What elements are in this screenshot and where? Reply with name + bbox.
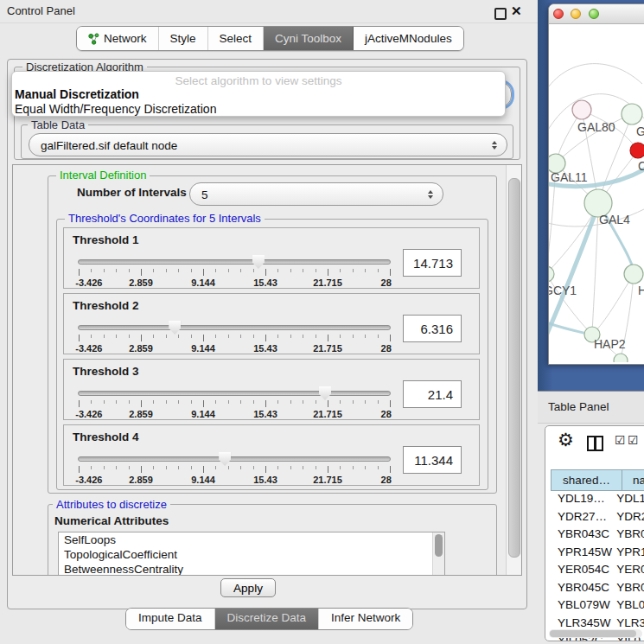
table-row[interactable]: YBR043CYBR0 xyxy=(551,527,644,545)
checkbox-icon[interactable]: ☑ xyxy=(615,433,626,447)
tab-discretize-data[interactable]: Discretize Data xyxy=(215,609,320,629)
table-hscrollbar[interactable] xyxy=(549,629,642,638)
cell: YBR043C xyxy=(551,527,613,545)
network-canvas[interactable]: GAL80GACGAL11GAL4GCY1HHAP2 xyxy=(549,23,644,362)
minimize-traffic-light-icon[interactable] xyxy=(571,9,581,19)
network-node[interactable] xyxy=(622,104,642,124)
control-panel-tabbar: NetworkStyleSelectCyni ToolboxjActiveMNo… xyxy=(76,26,464,51)
tick-mark xyxy=(203,466,204,473)
tick-label: 15.43 xyxy=(253,475,277,485)
tick-label: 15.43 xyxy=(253,409,277,419)
network-edge-thick[interactable] xyxy=(549,203,599,341)
interval-definition-title: Interval Definition xyxy=(56,169,150,182)
numerical-attributes-list[interactable]: SelfLoopsTopologicalCoefficientBetweenne… xyxy=(58,532,445,576)
checkbox-icon[interactable]: ☑ xyxy=(628,433,639,447)
table-hscrollbar-thumb[interactable] xyxy=(550,630,636,637)
tick-mark xyxy=(328,466,328,473)
tick-mark xyxy=(141,400,142,407)
tick-label: 2.859 xyxy=(129,475,153,485)
slider-track xyxy=(78,391,391,396)
tick-mark xyxy=(215,466,216,469)
gear-icon[interactable]: ⚙ xyxy=(558,430,574,450)
slider-thumb[interactable] xyxy=(319,386,331,400)
list-scrollbar-thumb[interactable] xyxy=(435,534,443,557)
threshold-slider-4[interactable]: -3.4262.8599.14415.4321.71528 xyxy=(78,450,391,484)
table-data-combo[interactable]: galFiltered.sif default node xyxy=(29,133,507,156)
table-row[interactable]: YDR27…YDR2 xyxy=(551,510,644,528)
threshold-value-4[interactable]: 11.344 xyxy=(403,446,462,474)
table-row[interactable]: YBR045CYBR0 xyxy=(551,581,644,599)
table-row[interactable]: YBL079WYBL0 xyxy=(551,598,644,616)
threshold-value-2[interactable]: 6.316 xyxy=(403,315,462,342)
tick-mark xyxy=(104,400,105,404)
zoom-traffic-light-icon[interactable] xyxy=(589,9,599,19)
float-window-icon[interactable] xyxy=(494,8,507,20)
attribute-item-betweennesscentrality[interactable]: BetweennessCentrality xyxy=(59,562,444,576)
tick-mark xyxy=(191,400,192,404)
table-row[interactable]: YER054CYER0 xyxy=(551,563,644,581)
network-icon xyxy=(88,33,99,45)
network-node[interactable] xyxy=(614,354,628,362)
slider-thumb[interactable] xyxy=(252,255,265,269)
slider-tick-labels: -3.4262.8599.14415.4321.71528 xyxy=(79,343,390,354)
threshold-slider-2[interactable]: -3.4262.8599.14415.4321.71528 xyxy=(78,318,391,353)
split-columns-icon[interactable] xyxy=(587,436,603,451)
slider-track xyxy=(78,325,391,330)
slider-thumb[interactable] xyxy=(219,452,231,466)
tab-infer-network[interactable]: Infer Network xyxy=(319,609,412,629)
panel-scrollbar[interactable] xyxy=(506,165,521,575)
attributes-group-title: Attributes to discretize xyxy=(53,498,170,511)
cell: YBL079W xyxy=(551,598,613,616)
tick-mark xyxy=(79,466,80,473)
dropdown-option-equal-width-frequency-discretization[interactable]: Equal Width/Frequency Discretization xyxy=(15,102,502,117)
number-of-intervals-combo[interactable]: 5 xyxy=(189,182,443,206)
threshold-value-1[interactable]: 14.713 xyxy=(403,249,462,277)
threshold-value-3[interactable]: 21.4 xyxy=(403,380,462,408)
close-traffic-light-icon[interactable] xyxy=(553,9,564,19)
network-node[interactable] xyxy=(630,143,644,158)
threshold-slider-3[interactable]: -3.4262.8599.14415.4321.71528 xyxy=(78,384,391,418)
tick-mark xyxy=(79,335,80,341)
column-header-2[interactable]: name xyxy=(622,469,644,491)
attribute-item-topologicalcoefficient[interactable]: TopologicalCoefficient xyxy=(59,547,444,562)
slider-thumb[interactable] xyxy=(169,321,181,335)
network-node[interactable] xyxy=(624,265,643,284)
tab-style[interactable]: Style xyxy=(159,27,208,50)
table-header-row: shared…name xyxy=(551,469,644,491)
tab-cyni-toolbox[interactable]: Cyni Toolbox xyxy=(264,27,354,50)
tick-label: -3.426 xyxy=(75,277,102,288)
apply-button[interactable]: Apply xyxy=(220,578,276,597)
tab-network[interactable]: Network xyxy=(77,27,159,50)
tick-mark xyxy=(91,269,92,272)
tab-label: Network xyxy=(104,28,147,49)
network-node[interactable] xyxy=(549,266,554,282)
tick-mark xyxy=(141,466,142,473)
tick-mark xyxy=(116,269,117,272)
panel-title: Control Panel xyxy=(7,4,75,17)
tab-label: Style xyxy=(170,28,196,49)
close-icon[interactable]: ✕ xyxy=(511,3,522,19)
panel-scrollbar-thumb[interactable] xyxy=(508,178,520,558)
network-node[interactable] xyxy=(572,100,591,119)
tick-mark xyxy=(303,466,303,469)
tab-impute-data[interactable]: Impute Data xyxy=(126,609,215,629)
tick-label: 21.715 xyxy=(313,409,342,419)
tick-label: 28 xyxy=(381,343,392,354)
tick-label: 15.43 xyxy=(253,343,277,354)
threshold-label: Threshold 2 xyxy=(73,299,139,312)
tick-mark xyxy=(303,400,303,404)
threshold-slider-1[interactable]: -3.4262.8599.14415.4321.71528 xyxy=(78,252,391,287)
dropdown-option-manual-discretization[interactable]: Manual Discretization xyxy=(15,87,502,102)
network-window-titlebar[interactable] xyxy=(549,4,644,24)
column-header-1[interactable]: shared… xyxy=(551,469,622,491)
table-row[interactable]: YPR145WYPR1 xyxy=(551,545,644,564)
list-scrollbar[interactable] xyxy=(432,532,444,576)
tab-select[interactable]: Select xyxy=(208,27,265,50)
attribute-item-selfloops[interactable]: SelfLoops xyxy=(59,532,444,547)
network-node-label: GAL80 xyxy=(577,120,615,134)
tick-mark xyxy=(91,400,92,404)
table-row[interactable]: YDL19…YDL1 xyxy=(551,492,644,510)
tick-mark xyxy=(166,269,167,272)
network-edge[interactable] xyxy=(549,64,642,92)
tab-jactivemnodules[interactable]: jActiveMNodules xyxy=(354,27,463,50)
